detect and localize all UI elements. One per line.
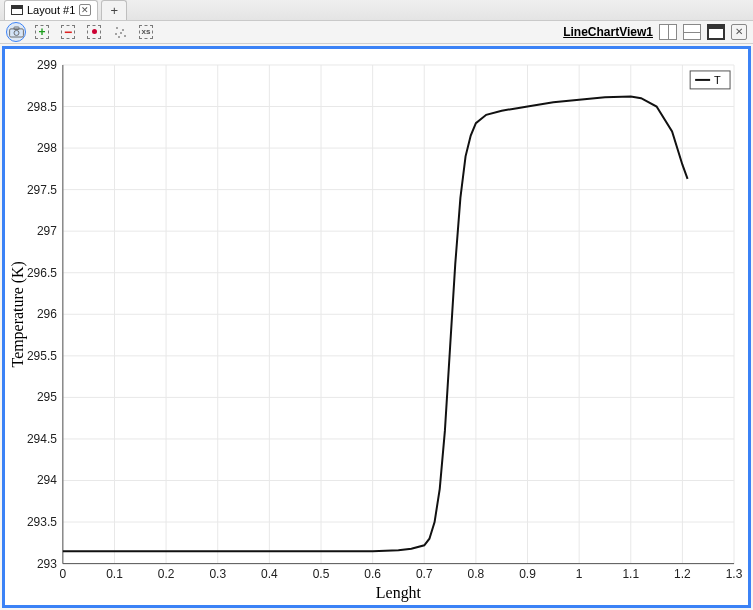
x-axis-label: Lenght [376, 583, 422, 601]
y-tick-label: 295.5 [27, 348, 57, 362]
x-tick-label: 0.2 [158, 566, 175, 580]
selection-point-button[interactable] [84, 22, 104, 42]
selection-point-icon [87, 25, 101, 39]
y-tick-label: 299 [37, 57, 57, 71]
x-tick-label: 0.6 [364, 566, 381, 580]
line-chart: 00.10.20.30.40.50.60.70.80.911.11.21.329… [5, 49, 748, 606]
selection-add-button[interactable]: + [32, 22, 52, 42]
y-tick-label: 293 [37, 556, 57, 570]
selection-xs-button[interactable]: xs [136, 22, 156, 42]
y-tick-label: 294.5 [27, 431, 57, 445]
selection-scatter-button[interactable] [110, 22, 130, 42]
x-tick-label: 1.3 [726, 566, 743, 580]
tab-layout-1[interactable]: Layout #1 ✕ [4, 0, 98, 20]
x-tick-label: 0.3 [209, 566, 226, 580]
svg-rect-1 [14, 27, 19, 30]
y-tick-label: 297.5 [27, 182, 57, 196]
y-tick-label: 295 [37, 390, 57, 404]
layout-icon [11, 5, 23, 15]
tab-label: Layout #1 [27, 4, 75, 16]
selection-remove-icon: − [61, 25, 75, 39]
screenshot-button[interactable] [6, 22, 26, 42]
view-toolbar: + − xs LineChartView1 ✕ [0, 21, 753, 44]
y-tick-label: 296.5 [27, 265, 57, 279]
split-vertical-button[interactable] [683, 24, 701, 40]
selection-remove-button[interactable]: − [58, 22, 78, 42]
x-tick-label: 1.1 [622, 566, 639, 580]
selection-xs-icon: xs [139, 25, 153, 39]
tab-close-button[interactable]: ✕ [79, 4, 91, 16]
y-tick-label: 297 [37, 224, 57, 238]
x-tick-label: 0.8 [468, 566, 485, 580]
view-name-link[interactable]: LineChartView1 [563, 25, 653, 39]
maximize-view-button[interactable] [707, 24, 725, 40]
chart-view[interactable]: 00.10.20.30.40.50.60.70.80.911.11.21.329… [2, 46, 751, 609]
x-tick-label: 0.5 [313, 566, 330, 580]
x-tick-label: 0.9 [519, 566, 536, 580]
close-view-button[interactable]: ✕ [731, 24, 747, 40]
tab-add-button[interactable]: + [101, 0, 127, 20]
y-tick-label: 298.5 [27, 99, 57, 113]
selection-add-icon: + [35, 25, 49, 39]
x-tick-label: 0.7 [416, 566, 433, 580]
camera-icon [9, 26, 24, 38]
split-horizontal-button[interactable] [659, 24, 677, 40]
y-tick-label: 294 [37, 473, 57, 487]
x-tick-label: 1.2 [674, 566, 691, 580]
y-tick-label: 293.5 [27, 515, 57, 529]
y-axis-label: Temperature (K) [9, 261, 27, 367]
x-tick-label: 0 [60, 566, 67, 580]
x-tick-label: 1 [576, 566, 583, 580]
x-tick-label: 0.1 [106, 566, 123, 580]
svg-point-2 [14, 30, 19, 35]
series-line [63, 96, 688, 551]
legend-entry: T [714, 73, 721, 85]
x-tick-label: 0.4 [261, 566, 278, 580]
y-tick-label: 296 [37, 307, 57, 321]
scatter-icon [113, 25, 127, 39]
tab-bar: Layout #1 ✕ + [0, 0, 753, 21]
y-tick-label: 298 [37, 141, 57, 155]
